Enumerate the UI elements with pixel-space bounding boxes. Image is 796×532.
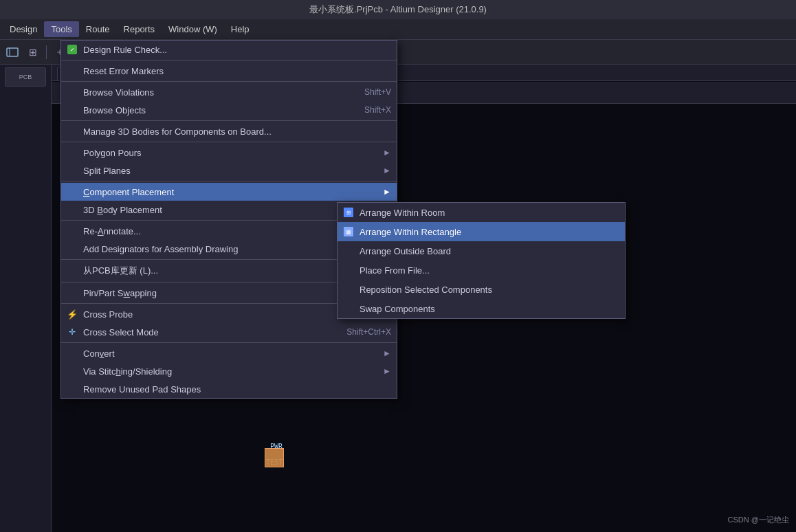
cross-select-icon: ✛: [65, 325, 79, 339]
pcb-component: [265, 448, 284, 467]
left-panel: PCB: [0, 65, 52, 532]
menu-route[interactable]: Route: [79, 21, 117, 37]
toolbar-sep1: [46, 45, 47, 59]
menu-browse-violations[interactable]: Browse Violations Shift+V: [61, 83, 397, 101]
submenu-place-file[interactable]: Place From File...: [338, 261, 625, 280]
menu-window[interactable]: Window (W): [162, 21, 224, 37]
cross-probe-icon: ⚡: [65, 307, 79, 321]
menu-component-placement[interactable]: Component Placement ►: [61, 183, 397, 201]
submenu-arrange-room[interactable]: ⊞ Arrange Within Room: [338, 203, 625, 222]
arrange-rect-icon: ▦: [342, 225, 355, 239]
menu-reports[interactable]: Reports: [117, 21, 162, 37]
arrange-room-icon: ⊞: [342, 206, 355, 219]
menu-remove-unused[interactable]: Remove Unused Pad Shapes: [61, 380, 397, 398]
svg-rect-0: [7, 48, 18, 56]
menu-polygon-pours[interactable]: Polygon Pours ►: [61, 144, 397, 162]
polygon-arrow: ►: [383, 148, 391, 157]
sep1: [61, 60, 397, 60]
menu-split-planes[interactable]: Split Planes ►: [61, 162, 397, 179]
panel-pcb-btn[interactable]: PCB: [5, 67, 46, 87]
via-arrow: ►: [383, 366, 391, 376]
drc-icon: ✓: [65, 43, 79, 56]
title-bar: 最小系统板.PrjPcb - Altium Designer (21.0.9): [0, 0, 796, 19]
menu-reset-errors[interactable]: Reset Error Markers: [61, 62, 397, 80]
sep3: [61, 120, 397, 121]
convert-arrow: ►: [383, 348, 391, 358]
watermark: CSDN @一记绝尘: [728, 515, 789, 525]
split-arrow: ►: [383, 166, 391, 175]
menu-bar: Design Tools Route Reports Window (W) He…: [0, 19, 796, 40]
sep4: [61, 142, 397, 142]
menu-drc[interactable]: ✓ Design Rule Check...: [61, 41, 397, 58]
submenu-arrange-outside[interactable]: Arrange Outside Board: [338, 241, 625, 261]
placement-arrow: ►: [383, 187, 391, 197]
menu-design[interactable]: Design: [3, 21, 44, 37]
submenu-arrange-rect[interactable]: ▦ Arrange Within Rectangle: [338, 222, 625, 241]
menu-manage-3d[interactable]: Manage 3D Bodies for Components on Board…: [61, 122, 397, 140]
window-title: 最小系统板.PrjPcb - Altium Designer (21.0.9): [309, 3, 487, 16]
menu-convert[interactable]: Convert ►: [61, 344, 397, 362]
toolbar-pcb-btn[interactable]: [3, 43, 22, 62]
sep10: [61, 342, 397, 343]
menu-tools[interactable]: Tools: [44, 21, 78, 37]
sep5: [61, 181, 397, 181]
sep2: [61, 81, 397, 82]
submenu-reposition[interactable]: Reposition Selected Components: [338, 280, 625, 299]
menu-via-stitching[interactable]: Via Stitching/Shielding ►: [61, 362, 397, 380]
menu-help[interactable]: Help: [224, 21, 256, 37]
menu-browse-objects[interactable]: Browse Objects Shift+X: [61, 101, 397, 119]
submenu-swap-components[interactable]: Swap Components: [338, 299, 625, 318]
toolbar-btn2[interactable]: ⊞: [23, 43, 43, 62]
placement-submenu: ⊞ Arrange Within Room ▦ Arrange Within R…: [337, 202, 626, 319]
menu-cross-select[interactable]: ✛ Cross Select Mode Shift+Ctrl+X: [61, 323, 397, 341]
